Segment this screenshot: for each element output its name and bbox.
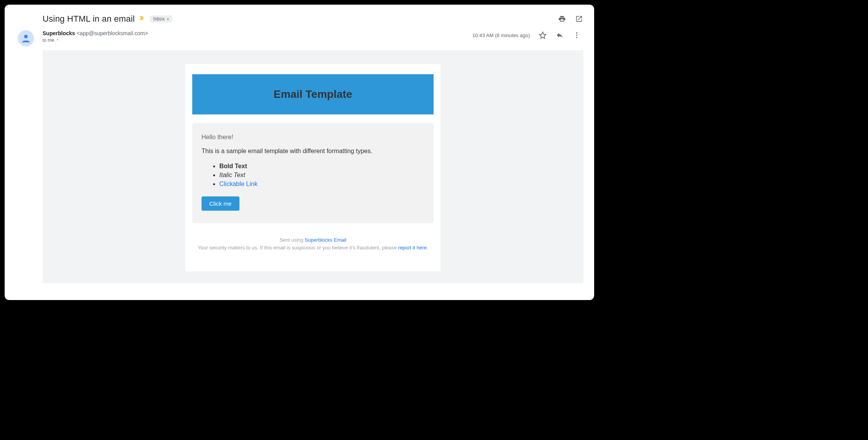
inbox-label-chip[interactable]: Inbox × (150, 15, 172, 22)
to-label: to me (43, 38, 54, 43)
cta-button[interactable]: Click me (202, 196, 239, 211)
top-action-icons (558, 15, 583, 23)
importance-marker-icon[interactable] (138, 15, 146, 23)
template-title: Email Template (196, 88, 430, 101)
intro-text: This is a sample email template with dif… (202, 148, 424, 155)
sender-name: Superblocks (43, 30, 75, 36)
list-item-link[interactable]: Clickable Link (219, 181, 258, 187)
open-new-window-icon[interactable] (575, 15, 583, 23)
template-hero: Email Template (192, 74, 434, 114)
formatting-list: Bold Text Italic Text Clickable Link (202, 162, 424, 189)
message-meta-actions: 10:43 AM (8 minutes ago) (472, 30, 583, 39)
svg-point-0 (24, 35, 27, 38)
inbox-chip-label: Inbox (153, 16, 164, 22)
svg-point-2 (576, 34, 577, 36)
show-details-icon[interactable] (56, 38, 60, 43)
template-footer: Sent using Superblocks Email Your securi… (192, 236, 434, 252)
template-content: Hello there! This is a sample email temp… (192, 123, 434, 223)
sender-info: Superblocks <app@superblocksmail.com> to… (43, 30, 472, 43)
print-icon[interactable] (558, 15, 566, 23)
sent-using-prefix: Sent using (280, 237, 305, 243)
email-template-card: Email Template Hello there! This is a sa… (185, 64, 441, 271)
email-body-area: Email Template Hello there! This is a sa… (43, 50, 583, 283)
sender-line: Superblocks <app@superblocksmail.com> (43, 30, 472, 36)
star-icon[interactable] (538, 31, 547, 39)
footer-period: . (427, 245, 428, 251)
sender-avatar[interactable] (18, 30, 34, 46)
more-menu-icon[interactable] (572, 31, 581, 39)
list-item-italic: Italic Text (219, 171, 424, 179)
sender-row: Superblocks <app@superblocksmail.com> to… (12, 29, 587, 50)
sender-email: <app@superblocksmail.com> (75, 30, 148, 36)
security-text: Your security matters to us. If this ema… (198, 245, 398, 251)
svg-point-1 (576, 32, 577, 34)
gmail-message-view: Using HTML in an email Inbox × Superbloc… (5, 5, 594, 300)
greeting-text: Hello there! (202, 134, 424, 141)
list-item-bold: Bold Text (219, 162, 424, 171)
subject-wrap: Using HTML in an email Inbox × (43, 14, 172, 24)
reply-icon[interactable] (555, 31, 564, 39)
svg-point-3 (576, 37, 577, 38)
sent-using-link[interactable]: Superblocks Email (305, 237, 347, 243)
header-row: Using HTML in an email Inbox × (12, 12, 587, 29)
remove-label-icon[interactable]: × (167, 17, 169, 21)
report-link[interactable]: report it here (398, 245, 427, 251)
timestamp: 10:43 AM (8 minutes ago) (472, 32, 530, 38)
email-subject: Using HTML in an email (43, 14, 135, 24)
recipient-line[interactable]: to me (43, 38, 472, 43)
